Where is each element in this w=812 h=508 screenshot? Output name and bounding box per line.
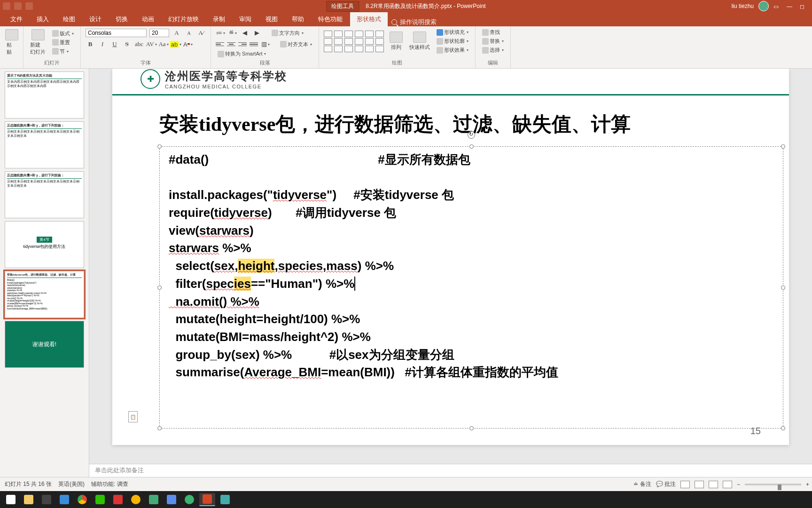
slide-position[interactable]: 幻灯片 15 共 16 张	[5, 480, 52, 488]
resize-handle[interactable]	[469, 144, 474, 149]
tab-draw[interactable]: 绘图	[56, 12, 82, 26]
layout-button[interactable]: 版式	[50, 30, 76, 38]
tab-shape-format[interactable]: 形状格式	[350, 12, 388, 26]
thumb-14[interactable]: 第4节tidyverse包的使用方法	[5, 221, 84, 268]
paste-button[interactable]: 粘贴	[5, 28, 18, 56]
text-direction-button[interactable]: 文字方向	[270, 29, 305, 37]
tab-transition[interactable]: 切换	[109, 12, 134, 26]
ribbon-options-icon[interactable]: ▭	[773, 3, 782, 9]
strike-button[interactable]: S	[122, 40, 132, 49]
taskbar-app3[interactable]	[128, 493, 144, 506]
thumb-12[interactable]: 正态随机数向量×和 y，进行下列实验：示例文本示例文本示例文本示例文本示例文本示…	[5, 121, 84, 168]
thumb-16[interactable]: 谢谢观看!	[5, 321, 84, 368]
thumb-11[interactable]: 展示了R的使用方法及其大功能文本内容示例文本内容示例文本内容示例文本内容示例文本…	[5, 71, 84, 119]
taskbar-app6[interactable]	[181, 493, 197, 506]
tab-design[interactable]: 设计	[83, 12, 108, 26]
taskbar-vscode[interactable]	[56, 493, 72, 506]
reset-button[interactable]: 重置	[50, 39, 76, 47]
tab-file[interactable]: 文件	[4, 12, 29, 26]
font-name-combo[interactable]	[86, 29, 147, 37]
start-button[interactable]	[3, 493, 19, 506]
slideshow-view-button[interactable]	[723, 481, 732, 488]
tab-help[interactable]: 帮助	[285, 12, 311, 26]
taskbar-wechat[interactable]	[92, 493, 108, 506]
font-size-combo[interactable]	[149, 29, 169, 37]
char-spacing-button[interactable]: AV	[147, 40, 156, 49]
align-justify-button[interactable]	[250, 40, 258, 48]
shapes-gallery[interactable]	[324, 31, 385, 52]
thumb-15[interactable]: 安装tidyverse包，进行数据筛选、过滤、缺失值、计算#data()inst…	[5, 271, 84, 318]
save-icon[interactable]	[14, 2, 22, 10]
resize-handle[interactable]	[781, 144, 785, 149]
notes-toggle[interactable]: ≐ 备注	[633, 480, 651, 488]
tell-me-search[interactable]: 操作说明搜索	[391, 18, 437, 26]
taskbar-explorer[interactable]	[21, 493, 37, 506]
sorter-view-button[interactable]	[695, 481, 704, 488]
arrange-button[interactable]: 排列	[388, 31, 405, 52]
resize-handle[interactable]	[781, 426, 785, 430]
taskbar-app2[interactable]	[110, 493, 126, 506]
selected-textbox[interactable]: #data() #显示所有数据包 install.packages("tidyv…	[159, 146, 783, 429]
taskbar-powerpoint[interactable]	[199, 493, 215, 506]
code-content[interactable]: #data() #显示所有数据包 install.packages("tidyv…	[169, 151, 774, 381]
taskbar-app[interactable]	[39, 493, 55, 506]
underline-button[interactable]: U	[110, 40, 119, 49]
paste-options-icon[interactable]: 📋	[128, 411, 138, 422]
tab-special[interactable]: 特色功能	[312, 12, 349, 26]
shape-outline-button[interactable]: 形状轮廓	[435, 37, 470, 45]
maximize-icon[interactable]: ◻	[800, 3, 808, 9]
italic-button[interactable]: I	[98, 40, 107, 49]
align-center-button[interactable]	[227, 40, 235, 48]
align-text-button[interactable]: 对齐文本	[278, 40, 314, 48]
smartart-button[interactable]: 转换为 SmartArt	[216, 50, 268, 58]
taskbar-chrome[interactable]	[74, 493, 90, 506]
reading-view-button[interactable]	[709, 481, 718, 488]
section-button[interactable]: 节	[50, 48, 76, 56]
quick-styles-button[interactable]: 快速样式	[407, 31, 432, 52]
resize-handle[interactable]	[157, 426, 162, 430]
normal-view-button[interactable]	[680, 481, 690, 488]
grow-font-icon[interactable]: A	[172, 28, 181, 38]
tab-animation[interactable]: 动画	[135, 12, 161, 26]
taskbar-app5[interactable]	[164, 493, 180, 506]
bullets-button[interactable]: ≔	[216, 28, 225, 38]
font-color-button[interactable]: A	[183, 40, 193, 49]
shadow-button[interactable]: abc	[134, 40, 144, 49]
shape-fill-button[interactable]: 形状填充	[435, 28, 470, 36]
tab-record[interactable]: 录制	[206, 12, 232, 26]
highlight-button[interactable]: ab	[171, 40, 180, 49]
autosave-icon[interactable]	[3, 2, 10, 10]
zoom-slider[interactable]	[745, 484, 801, 485]
resize-handle[interactable]	[781, 286, 785, 290]
notes-pane[interactable]: 单击此处添加备注	[89, 464, 812, 477]
change-case-button[interactable]: Aa	[159, 40, 168, 49]
columns-button[interactable]: ▥	[261, 40, 270, 49]
taskbar-app7[interactable]	[217, 493, 233, 506]
slide-canvas[interactable]: ✚ 沧州医学高等专科学校 CANGZHOU MEDICAL COLLEGE 安装…	[112, 69, 789, 445]
tab-slideshow[interactable]: 幻灯片放映	[162, 12, 205, 26]
shape-effects-button[interactable]: 形状效果	[435, 46, 470, 54]
zoom-out-button[interactable]: −	[737, 481, 740, 488]
numbering-button[interactable]: ≝	[228, 28, 237, 38]
zoom-in-button[interactable]: +	[806, 481, 809, 488]
new-slide-button[interactable]: 新建 幻灯片	[28, 28, 47, 56]
bold-button[interactable]: B	[86, 40, 95, 49]
align-left-button[interactable]	[216, 40, 224, 48]
slide-thumbnails-panel[interactable]: 展示了R的使用方法及其大功能文本内容示例文本内容示例文本内容示例文本内容示例文本…	[0, 69, 89, 477]
indent-inc-button[interactable]: ▶	[252, 28, 262, 38]
minimize-icon[interactable]: —	[787, 3, 795, 9]
rotate-handle[interactable]	[468, 131, 475, 139]
replace-button[interactable]: 替换	[480, 37, 506, 45]
clear-format-icon[interactable]: A⁄	[196, 28, 206, 38]
taskbar-app4[interactable]	[146, 493, 162, 506]
comments-toggle[interactable]: 💬 批注	[656, 480, 676, 488]
shrink-font-icon[interactable]: A	[184, 28, 194, 38]
find-button[interactable]: 查找	[480, 28, 506, 36]
tab-insert[interactable]: 插入	[30, 12, 55, 26]
indent-dec-button[interactable]: ◀	[240, 28, 250, 38]
user-avatar[interactable]	[758, 1, 769, 11]
thumb-13[interactable]: 正态随机数向量×和 y，进行下列实验：示例文本示例文本示例文本示例文本示例文本示…	[5, 171, 84, 218]
resize-handle[interactable]	[157, 286, 162, 290]
align-right-button[interactable]	[238, 40, 247, 48]
undo-icon[interactable]	[25, 2, 33, 10]
